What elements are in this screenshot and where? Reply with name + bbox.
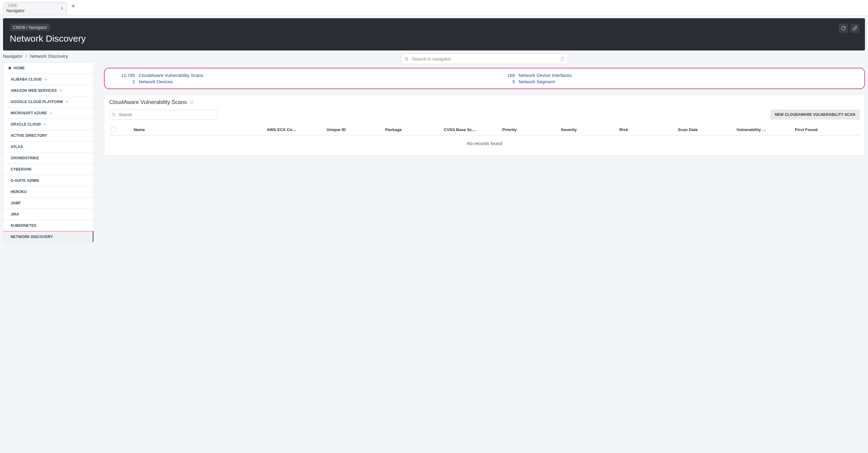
sidebar-item-active-directory[interactable]: ACTIVE DIRECTORY: [3, 130, 93, 141]
chevron-down-icon: [59, 89, 62, 92]
page-title: Network Discovery: [10, 33, 858, 44]
sidebar-item-label: ORACLE CLOUD: [11, 122, 41, 127]
sidebar-item-azure[interactable]: MICROSOFT AZURE: [3, 108, 93, 119]
sidebar-item-label: CYBERARK: [11, 167, 32, 171]
sidebar-item-crowdstrike[interactable]: CROWDSTRIKE: [3, 153, 93, 164]
column-header[interactable]: Risk: [618, 124, 676, 135]
tab-title: Navigator: [6, 8, 64, 13]
sidebar-item-gcp[interactable]: GOOGLE CLOUD PLATFORM: [3, 96, 93, 108]
summary-device-interfaces[interactable]: 166 Network Device Interfaces: [491, 73, 858, 78]
chevron-down-icon: [43, 123, 46, 126]
breadcrumb-separator: /: [26, 54, 27, 59]
column-header[interactable]: Package: [383, 124, 442, 135]
summary-count: 2: [111, 79, 135, 84]
sidebar-item-oracle[interactable]: ORACLE CLOUD: [3, 119, 93, 130]
sidebar-item-jamf[interactable]: JAMF: [3, 198, 93, 209]
tab-badge: CMDB: [6, 4, 18, 8]
table-toolbar: NEW CLOUDAWARE VULNERABILITY SCAN: [109, 110, 860, 120]
link-button[interactable]: [850, 24, 860, 33]
sub-breadcrumb: Navigator / Network Discovery: [3, 54, 94, 59]
sidebar-item-label: G-SUITE ADMIN: [11, 179, 39, 183]
page-header: CMDB / Navigator Network Discovery: [3, 18, 865, 51]
sub-row: ?: [104, 54, 865, 64]
help-icon[interactable]: ?: [560, 57, 565, 61]
refresh-icon: [841, 26, 846, 31]
search-icon: [404, 57, 409, 61]
no-records-message: No records found: [109, 135, 860, 147]
refresh-button[interactable]: [839, 24, 848, 33]
column-header[interactable]: Vulnerability …: [735, 124, 794, 135]
left-column: Navigator / Network Discovery HOME ALIBA…: [3, 54, 94, 242]
sidebar-nav: HOME ALIBABA CLOUD AMAZON WEB SERVICES G…: [3, 62, 94, 242]
table-title: CloudAware Vulnerability Scans: [109, 99, 187, 105]
summary-count: 5: [491, 79, 515, 84]
svg-point-1: [112, 113, 115, 116]
sidebar-item-label: ALIBABA CLOUD: [11, 77, 42, 82]
sidebar-item-label: MICROSOFT AZURE: [11, 111, 47, 115]
tabs-bar: CMDB Navigator +: [0, 0, 868, 15]
column-header[interactable]: Name: [132, 124, 265, 135]
summary-vuln-scans[interactable]: 12,785 CloudAware Vulnerability Scans: [111, 73, 478, 78]
sidebar-item-label: JAMF: [11, 201, 21, 205]
data-table: Name AWS ECS Co… Unique ID Package CVSS …: [109, 124, 860, 135]
header-actions: [839, 24, 860, 33]
summary-network-devices[interactable]: 2 Network Devices: [111, 79, 478, 84]
new-vuln-scan-button[interactable]: NEW CLOUDAWARE VULNERABILITY SCAN: [770, 110, 860, 120]
column-header[interactable]: First Found: [793, 124, 860, 135]
sidebar-item-gsuite[interactable]: G-SUITE ADMIN: [3, 175, 93, 186]
breadcrumb-current: Network Discovery: [30, 54, 68, 59]
table-search-input[interactable]: [109, 110, 217, 120]
summary-label: Network Segment: [519, 79, 555, 84]
table-search: [109, 110, 217, 120]
summary-card: 12,785 CloudAware Vulnerability Scans 16…: [104, 68, 865, 89]
sidebar-item-kubernetes[interactable]: KUBERNETES: [3, 220, 93, 231]
column-header[interactable]: AWS ECS Co…: [265, 124, 325, 135]
column-header[interactable]: Priority: [500, 124, 559, 135]
sidebar-item-atlas[interactable]: ATLAS: [3, 141, 93, 153]
sidebar-item-alibaba-cloud[interactable]: ALIBABA CLOUD: [3, 74, 93, 85]
navigator-search-input[interactable]: [401, 54, 568, 64]
search-icon: [112, 112, 116, 117]
select-all-header[interactable]: [109, 124, 132, 135]
table-card: CloudAware Vulnerability Scans NEW CLOUD…: [104, 95, 865, 155]
summary-network-segment[interactable]: 5 Network Segment: [491, 79, 858, 84]
sidebar-item-cyberark[interactable]: CYBERARK: [3, 164, 93, 175]
summary-label: Network Devices: [139, 79, 173, 84]
sidebar-item-label: JIRA: [11, 212, 19, 217]
content: Navigator / Network Discovery HOME ALIBA…: [0, 54, 868, 242]
sidebar-item-label: ATLAS: [11, 145, 23, 149]
chevron-down-icon: [65, 100, 68, 103]
breadcrumb-root[interactable]: Navigator: [3, 54, 23, 59]
chevron-down-icon: [44, 78, 47, 81]
column-header[interactable]: Scan Date: [676, 124, 735, 135]
sidebar-item-label: AMAZON WEB SERVICES: [11, 89, 57, 93]
add-tab-button[interactable]: +: [67, 2, 80, 13]
right-column: ? 12,785 CloudAware Vulnerability Scans …: [104, 54, 865, 242]
sidebar-item-jira[interactable]: JIRA: [3, 209, 93, 220]
pin-icon[interactable]: [60, 7, 64, 11]
sidebar-item-heroku[interactable]: HEROKU: [3, 186, 93, 198]
sidebar-item-aws[interactable]: AMAZON WEB SERVICES: [3, 85, 93, 96]
sidebar-home[interactable]: HOME: [3, 63, 93, 74]
sidebar-item-network-discovery[interactable]: NETWORK DISCOVERY: [3, 231, 94, 242]
table-header-row: Name AWS ECS Co… Unique ID Package CVSS …: [109, 124, 860, 135]
sidebar-item-label: CROWDSTRIKE: [11, 156, 39, 160]
chevron-down-icon: [49, 111, 52, 115]
sidebar-item-label: HEROKU: [11, 190, 27, 194]
sidebar-home-label: HOME: [14, 66, 25, 70]
checkbox-icon[interactable]: [111, 127, 116, 132]
column-header[interactable]: Severity: [559, 124, 618, 135]
column-header[interactable]: Unique ID: [325, 124, 383, 135]
sidebar-item-label: GOOGLE CLOUD PLATFORM: [11, 100, 63, 104]
table-title-row: CloudAware Vulnerability Scans: [109, 99, 860, 105]
sidebar-item-label: KUBERNETES: [11, 223, 36, 228]
external-link-icon[interactable]: [190, 100, 194, 104]
column-header[interactable]: CVSS Base Sc…: [442, 124, 501, 135]
breadcrumb-chip[interactable]: CMDB / Navigator: [10, 24, 50, 31]
tab-navigator[interactable]: CMDB Navigator: [3, 2, 67, 15]
summary-count: 12,785: [111, 73, 135, 78]
sidebar-item-label: NETWORK DISCOVERY: [11, 235, 53, 239]
svg-point-0: [405, 58, 408, 60]
home-icon: [8, 66, 12, 70]
summary-label: CloudAware Vulnerability Scans: [139, 73, 204, 78]
